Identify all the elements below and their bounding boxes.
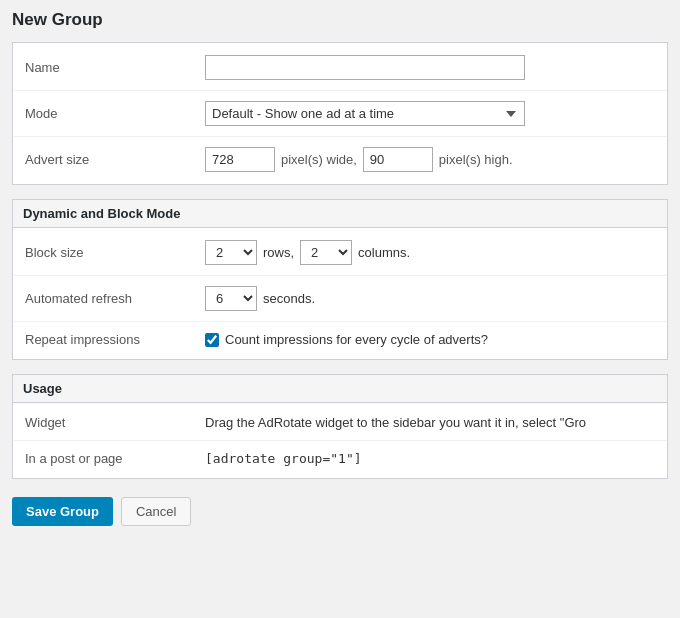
refresh-select[interactable]: 5 6 10 15 20 30 60 (205, 286, 257, 311)
usage-form-table: Widget Drag the AdRotate widget to the s… (13, 405, 667, 476)
dynamic-block-section: Dynamic and Block Mode Block size 1 2 3 … (12, 199, 668, 360)
refresh-row-inputs: 5 6 10 15 20 30 60 seconds. (205, 286, 655, 311)
repeat-impressions-label: Repeat impressions (13, 322, 193, 358)
pixel-high-label: pixel(s) high. (439, 152, 513, 167)
advert-size-label: Advert size (13, 137, 193, 183)
block-rows-select[interactable]: 1 2 3 4 5 6 (205, 240, 257, 265)
mode-label: Mode (13, 91, 193, 137)
in-post-row: In a post or page [adrotate group="1"] (13, 441, 667, 477)
name-field-cell (193, 45, 667, 91)
button-row: Save Group Cancel (12, 493, 668, 534)
block-size-field-cell: 1 2 3 4 5 6 rows, 1 2 3 (193, 230, 667, 276)
advert-size-field-cell: pixel(s) wide, pixel(s) high. (193, 137, 667, 183)
repeat-impressions-field-cell: Count impressions for every cycle of adv… (193, 322, 667, 358)
usage-section: Usage Widget Drag the AdRotate widget to… (12, 374, 668, 479)
new-group-form-table: Name Mode Default - Show one ad at a tim… (13, 45, 667, 182)
new-group-section: Name Mode Default - Show one ad at a tim… (12, 42, 668, 185)
block-size-row: Block size 1 2 3 4 5 6 rows, (13, 230, 667, 276)
advert-height-input[interactable] (363, 147, 433, 172)
in-post-label: In a post or page (13, 441, 193, 477)
save-group-button[interactable]: Save Group (12, 497, 113, 526)
widget-value: Drag the AdRotate widget to the sidebar … (193, 405, 667, 441)
seconds-suffix: seconds. (263, 291, 315, 306)
widget-row: Widget Drag the AdRotate widget to the s… (13, 405, 667, 441)
in-post-value: [adrotate group="1"] (193, 441, 667, 477)
dynamic-block-form-table: Block size 1 2 3 4 5 6 rows, (13, 230, 667, 357)
advert-size-row: Advert size pixel(s) wide, pixel(s) high… (13, 137, 667, 183)
name-input[interactable] (205, 55, 525, 80)
name-row: Name (13, 45, 667, 91)
repeat-impressions-checkbox[interactable] (205, 333, 219, 347)
advert-size-inputs: pixel(s) wide, pixel(s) high. (205, 147, 655, 172)
automated-refresh-field-cell: 5 6 10 15 20 30 60 seconds. (193, 276, 667, 322)
pixel-wide-label: pixel(s) wide, (281, 152, 357, 167)
repeat-impressions-text: Count impressions for every cycle of adv… (225, 332, 488, 347)
mode-select[interactable]: Default - Show one ad at a time Block Mo… (205, 101, 525, 126)
name-label: Name (13, 45, 193, 91)
mode-row: Mode Default - Show one ad at a time Blo… (13, 91, 667, 137)
usage-header: Usage (13, 375, 667, 403)
repeat-impressions-row-inner: Count impressions for every cycle of adv… (205, 332, 655, 347)
block-columns-select[interactable]: 1 2 3 4 5 6 (300, 240, 352, 265)
advert-width-input[interactable] (205, 147, 275, 172)
rows-suffix: rows, (263, 245, 294, 260)
block-size-inputs: 1 2 3 4 5 6 rows, 1 2 3 (205, 240, 655, 265)
automated-refresh-row: Automated refresh 5 6 10 15 20 30 60 (13, 276, 667, 322)
block-size-label: Block size (13, 230, 193, 276)
columns-suffix: columns. (358, 245, 410, 260)
automated-refresh-label: Automated refresh (13, 276, 193, 322)
dynamic-block-header: Dynamic and Block Mode (13, 200, 667, 228)
mode-field-cell: Default - Show one ad at a time Block Mo… (193, 91, 667, 137)
page-title: New Group (12, 10, 668, 30)
cancel-button[interactable]: Cancel (121, 497, 191, 526)
repeat-impressions-row: Repeat impressions Count impressions for… (13, 322, 667, 358)
widget-label: Widget (13, 405, 193, 441)
